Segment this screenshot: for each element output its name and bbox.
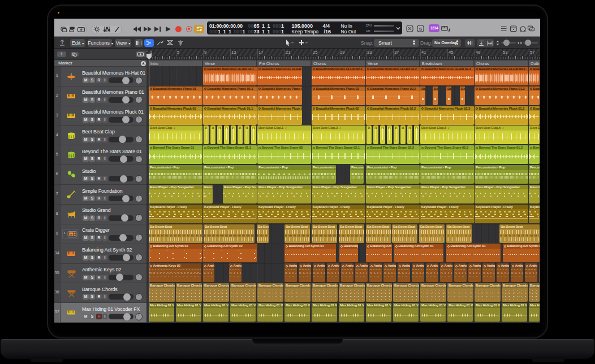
svg-text:S: S: [419, 27, 422, 32]
